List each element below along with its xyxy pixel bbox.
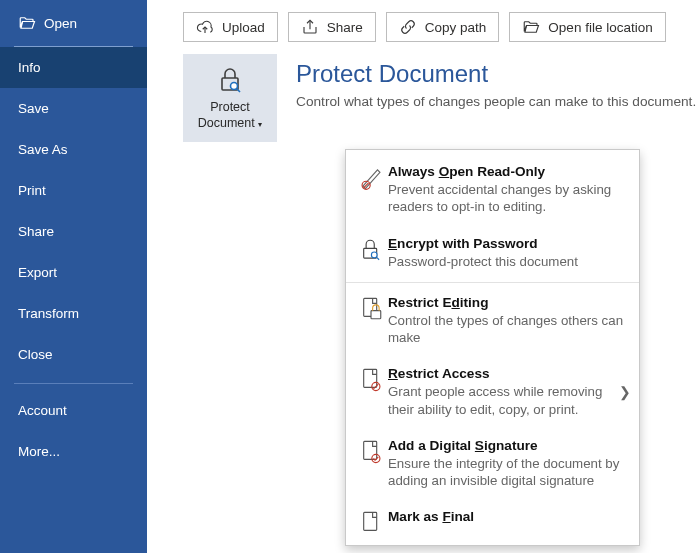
digital-signature-icon (358, 439, 388, 490)
svg-point-10 (372, 454, 380, 462)
upload-button[interactable]: Upload (183, 12, 278, 42)
open-folder-icon (522, 18, 540, 36)
svg-rect-9 (364, 441, 377, 459)
menu-encrypt-with-password[interactable]: Encrypt with PasswordPassword-protect th… (346, 226, 639, 280)
svg-rect-7 (364, 370, 377, 388)
chevron-down-icon: ▾ (258, 120, 262, 129)
mark-final-icon (358, 510, 388, 539)
sidebar-item-export[interactable]: Export (0, 252, 147, 293)
copy-path-button[interactable]: Copy path (386, 12, 500, 42)
sidebar-item-account[interactable]: Account (0, 390, 147, 431)
restrict-access-icon (358, 367, 388, 418)
file-sidebar: Open Info Save Save As Print Share Expor… (0, 0, 147, 553)
sidebar-item-save[interactable]: Save (0, 88, 147, 129)
sidebar-item-info[interactable]: Info (0, 47, 147, 88)
sidebar-item-share[interactable]: Share (0, 211, 147, 252)
info-toolbar: Upload Share Copy path Open file locatio… (147, 0, 700, 54)
sidebar-item-close[interactable]: Close (0, 334, 147, 375)
sidebar-open-label: Open (44, 16, 77, 31)
protect-document-button[interactable]: ProtectDocument ▾ (183, 54, 277, 142)
share-button[interactable]: Share (288, 12, 376, 42)
main-pane: Upload Share Copy path Open file locatio… (147, 0, 700, 553)
read-only-icon (358, 165, 388, 216)
chevron-right-icon: ❯ (619, 384, 631, 400)
svg-point-4 (371, 252, 377, 258)
section-subtitle: Control what types of changes people can… (296, 94, 696, 109)
sidebar-item-print[interactable]: Print (0, 170, 147, 211)
svg-point-1 (231, 83, 238, 90)
sidebar-item-transform[interactable]: Transform (0, 293, 147, 334)
open-file-location-button[interactable]: Open file location (509, 12, 665, 42)
menu-always-open-read-only[interactable]: Always Open Read-OnlyPrevent accidental … (346, 154, 639, 226)
menu-restrict-access[interactable]: Restrict AccessGrant people access while… (346, 356, 639, 428)
open-icon (18, 14, 36, 32)
sidebar-item-more[interactable]: More... (0, 431, 147, 472)
protect-document-menu: Always Open Read-OnlyPrevent accidental … (345, 149, 640, 546)
menu-add-digital-signature[interactable]: Add a Digital SignatureEnsure the integr… (346, 428, 639, 500)
menu-mark-as-final[interactable]: Mark as Final (346, 499, 639, 541)
svg-rect-6 (371, 310, 381, 318)
cloud-upload-icon (196, 18, 214, 36)
sidebar-divider (14, 383, 133, 384)
svg-rect-11 (364, 513, 377, 531)
protect-document-icon (214, 64, 246, 96)
section-title: Protect Document (296, 60, 696, 88)
sidebar-item-open[interactable]: Open (0, 0, 147, 46)
sidebar-item-save-as[interactable]: Save As (0, 129, 147, 170)
copy-path-icon (399, 18, 417, 36)
restrict-editing-icon (358, 296, 388, 347)
share-icon (301, 18, 319, 36)
encrypt-icon (358, 237, 388, 270)
menu-restrict-editing[interactable]: Restrict EditingControl the types of cha… (346, 285, 639, 357)
